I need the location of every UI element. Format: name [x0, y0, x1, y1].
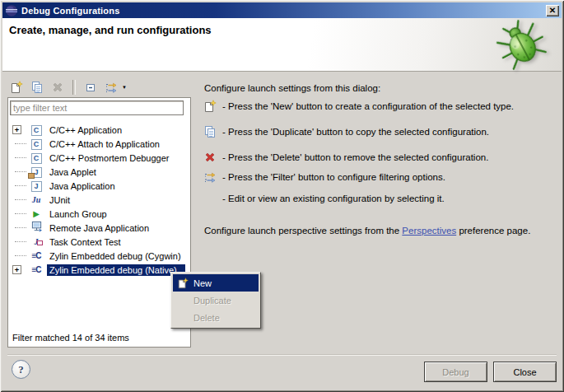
duplicate-configuration-button[interactable] [29, 79, 45, 96]
tree-item-cpp-application[interactable]: + C C/C++ Application [8, 123, 190, 137]
filter-dropdown-icon[interactable]: ▼ [122, 85, 127, 90]
bullet-edit: - Edit or view an existing configuration… [222, 191, 445, 206]
header-banner: Create, manage, and run configurations [2, 18, 562, 72]
eclipse-logo-icon [5, 4, 18, 17]
configurations-panel: + C C/C++ Application C C/C++ Attach to … [7, 97, 191, 348]
delete-icon [203, 151, 217, 164]
tree-item-junit[interactable]: Ju JUnit [8, 193, 190, 207]
filter-match-status: Filter matched 14 of 34 items [12, 333, 129, 343]
bullet-new: - Press the 'New' button to create a con… [203, 99, 514, 114]
zylin-debug-icon: ≡C [30, 265, 43, 274]
zylin-debug-icon: ≡C [30, 251, 43, 260]
bullet-filter: - Press the 'Filter' button to configure… [203, 170, 445, 184]
debug-bug-icon [487, 10, 556, 79]
tree-item-cpp-attach[interactable]: C C/C++ Attach to Application [8, 137, 190, 151]
new-icon [203, 100, 217, 113]
launch-group-icon: ▶ [30, 208, 43, 220]
close-icon[interactable]: ✕ [546, 5, 559, 16]
configurations-tree: + C C/C++ Application C C/C++ Attach to … [8, 121, 190, 329]
junit-icon: Ju [30, 195, 43, 204]
tree-item-task-context-test[interactable]: J Task Context Test [8, 235, 190, 249]
duplicate-icon [203, 125, 217, 138]
tree-item-java-applet[interactable]: J Java Applet [8, 165, 190, 179]
new-icon [176, 278, 189, 289]
remote-java-icon [30, 221, 43, 235]
tree-item-zylin-native[interactable]: + ≡C Zylin Embedded debug (Native) [8, 263, 190, 277]
expander-icon[interactable]: + [12, 265, 21, 274]
expander-icon[interactable]: + [12, 125, 21, 134]
c-application-icon: C [30, 152, 43, 164]
question-mark-icon: ? [18, 363, 24, 376]
configurations-toolbar: ▼ [8, 78, 127, 96]
debug-configurations-dialog: Debug Configurations ✕ Create, manage, a… [0, 0, 564, 392]
footer-separator [7, 354, 557, 356]
close-button[interactable]: Close [493, 362, 557, 382]
java-application-icon: J [30, 180, 43, 192]
collapse-all-button[interactable] [82, 79, 99, 96]
page-title: Create, manage, and run configurations [9, 24, 212, 36]
c-application-icon: C [30, 124, 43, 136]
context-menu-item-new[interactable]: New [173, 274, 259, 292]
delete-configuration-button-disabled[interactable] [49, 79, 66, 96]
context-menu: New Duplicate Delete [170, 272, 261, 329]
filter-input[interactable] [10, 100, 184, 115]
perspectives-link[interactable]: Perspectives [402, 226, 456, 236]
debug-button[interactable]: Debug [424, 362, 487, 382]
filter-button[interactable] [103, 79, 119, 96]
context-menu-item-delete[interactable]: Delete [173, 309, 259, 326]
tree-item-zylin-cygwin[interactable]: ≡C Zylin Embedded debug (Cygwin) [8, 249, 190, 263]
c-application-icon: C [30, 138, 43, 150]
help-button[interactable]: ? [12, 360, 30, 379]
context-menu-item-duplicate[interactable]: Duplicate [173, 292, 259, 309]
new-configuration-button[interactable] [8, 79, 25, 96]
bullet-delete: - Press the 'Delete' button to remove th… [203, 150, 488, 165]
tree-item-cpp-postmortem[interactable]: C C/C++ Postmortem Debugger [8, 151, 190, 165]
perspective-note: Configure launch perspective settings fr… [204, 226, 530, 236]
tree-item-remote-java[interactable]: Remote Java Application [8, 221, 190, 235]
tree-item-java-application[interactable]: J Java Application [8, 179, 190, 193]
filter-icon [203, 170, 217, 184]
toolbar-separator [72, 80, 76, 95]
java-applet-icon: J [30, 166, 43, 178]
title-bar[interactable]: Debug Configurations ✕ [2, 2, 562, 18]
launch-settings-heading: Configure launch settings from this dial… [204, 83, 380, 93]
bullet-duplicate: - Press the 'Duplicate' button to copy t… [203, 124, 489, 139]
window-title: Debug Configurations [21, 6, 120, 16]
task-context-icon: J [30, 237, 43, 246]
tree-item-launch-group[interactable]: ▶ Launch Group [8, 207, 190, 221]
